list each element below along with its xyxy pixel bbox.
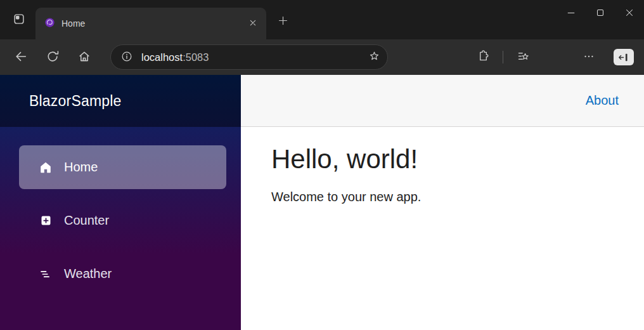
brand-row: BlazorSample (0, 75, 241, 127)
blazor-favicon-icon (44, 16, 56, 31)
house-icon (38, 160, 53, 175)
workspaces-icon (12, 12, 26, 28)
tab-title: Home (61, 18, 239, 29)
star-icon (368, 50, 380, 64)
extensions-button[interactable] (470, 44, 496, 70)
about-link[interactable]: About (586, 93, 619, 108)
settings-more-button[interactable] (576, 44, 602, 70)
brand-link[interactable]: BlazorSample (29, 93, 122, 110)
info-icon (120, 50, 133, 65)
home-button[interactable] (71, 44, 98, 70)
arrow-left-icon (14, 50, 28, 65)
app-sidebar: BlazorSample Home Counter (0, 75, 241, 330)
address-bar[interactable]: localhost:5083 (110, 44, 388, 70)
window-controls (557, 0, 644, 39)
sidebar-item-label: Counter (64, 213, 109, 228)
sidebar-toggle-button[interactable] (610, 44, 638, 70)
refresh-icon (46, 50, 60, 65)
browser-tab[interactable]: Home (35, 8, 266, 39)
sidebar-item-label: Home (64, 160, 98, 175)
browser-titlebar: Home (0, 0, 644, 39)
maximize-icon (595, 7, 606, 20)
site-info-button[interactable] (116, 46, 138, 68)
new-tab-button[interactable] (272, 11, 293, 32)
toolbar-divider (503, 51, 503, 63)
app-top-row: About (241, 75, 644, 127)
split-screen-icon (614, 49, 634, 65)
close-icon (248, 18, 258, 30)
minimize-button[interactable] (557, 0, 586, 27)
refresh-button[interactable] (39, 44, 66, 70)
url-host: localhost (141, 51, 183, 63)
ellipsis-icon (583, 50, 595, 65)
page-title: Hello, world! (271, 144, 631, 175)
browser-toolbar: localhost:5083 (0, 39, 644, 75)
favorite-star-button[interactable] (363, 46, 385, 68)
plus-icon (277, 15, 289, 29)
sidebar-item-weather[interactable]: Weather (19, 252, 226, 296)
welcome-text: Welcome to your new app. (271, 190, 631, 204)
plus-square-icon (38, 213, 53, 228)
maximize-button[interactable] (586, 0, 615, 27)
puzzle-icon (477, 50, 490, 65)
close-window-button[interactable] (615, 0, 644, 27)
sidebar-item-counter[interactable]: Counter (19, 199, 226, 242)
list-nested-icon (38, 267, 53, 282)
minimize-icon (565, 7, 577, 20)
url-port: :5083 (183, 51, 209, 63)
back-button[interactable] (8, 44, 34, 70)
star-lines-icon (517, 50, 530, 65)
home-icon (77, 50, 91, 65)
tab-close-button[interactable] (245, 15, 261, 32)
tab-actions-button[interactable] (8, 8, 30, 31)
sidebar-item-label: Weather (64, 267, 112, 281)
close-icon (624, 7, 635, 20)
main-content: Hello, world! Welcome to your new app. (241, 127, 644, 204)
favorites-button[interactable] (510, 44, 536, 70)
sidebar-item-home[interactable]: Home (19, 145, 226, 189)
browser-window: Home (0, 0, 644, 330)
page-content: BlazorSample Home Counter (0, 75, 644, 330)
url-text: localhost:5083 (141, 51, 363, 63)
main-area: About Hello, world! Welcome to your new … (241, 75, 644, 330)
nav-menu: Home Counter Weather (19, 145, 226, 305)
toolbar-right-cluster (470, 44, 638, 70)
